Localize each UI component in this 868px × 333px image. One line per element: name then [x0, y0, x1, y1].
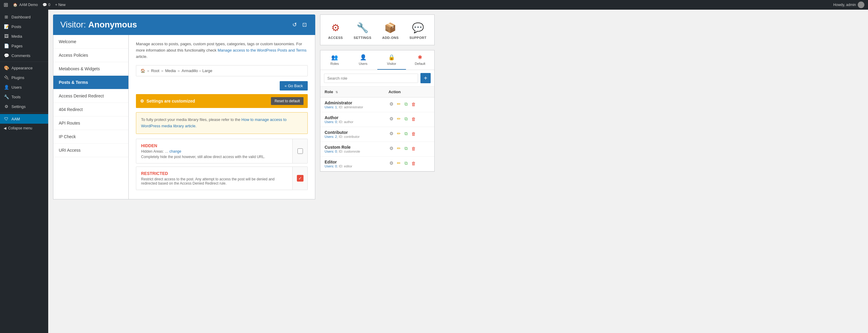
sidebar-item-label: Comments — [11, 53, 30, 58]
tab-default[interactable]: ✱ Default — [406, 50, 435, 70]
restricted-description: Restrict direct access to the post. Any … — [141, 177, 287, 186]
role-name: Editor — [324, 160, 380, 164]
role-edit-button[interactable]: ✏ — [396, 115, 402, 122]
wp-logo-icon[interactable]: ⊞ — [4, 1, 8, 8]
sub-nav-welcome[interactable]: Welcome — [53, 35, 128, 49]
users-tab-label: Users — [359, 62, 367, 65]
sidebar-item-settings[interactable]: ⚙ Settings — [0, 102, 48, 111]
role-gear-button[interactable]: ⚙ — [389, 145, 394, 152]
sidebar-item-users[interactable]: 👤 Users — [0, 82, 48, 92]
role-delete-button[interactable]: 🗑 — [410, 115, 417, 122]
code-button[interactable]: ⊡ — [301, 20, 308, 29]
reset-to-default-button[interactable]: Reset to default — [271, 97, 304, 105]
sidebar-item-comments[interactable]: 💬 Comments — [0, 51, 48, 60]
hidden-sub-text: Hidden Areas: … change — [141, 149, 287, 154]
reset-button[interactable]: ↺ — [291, 20, 298, 29]
sidebar-item-label: Media — [11, 34, 22, 38]
settings-wrench-icon: 🔧 — [356, 22, 369, 33]
sub-nav-access-denied[interactable]: Access Denied Redirect — [53, 89, 128, 103]
access-icon-item[interactable]: ⚙ ACCESS — [323, 20, 348, 42]
role-gear-button[interactable]: ⚙ — [389, 160, 394, 167]
sidebar-item-tools[interactable]: 🔧 Tools — [0, 92, 48, 102]
visitor-header: Visitor: Anonymous ↺ ⊡ — [53, 15, 315, 35]
new-link[interactable]: + New — [55, 3, 65, 7]
restricted-label: RESTRICTED — [141, 171, 287, 176]
sidebar-item-label: Settings — [11, 104, 26, 109]
sub-nav-ip-check[interactable]: IP Check — [53, 130, 128, 144]
users-icon: 👤 — [4, 85, 9, 90]
sidebar-item-label: Dashboard — [11, 15, 31, 19]
sub-nav-404-redirect[interactable]: 404 Redirect — [53, 103, 128, 116]
role-delete-button[interactable]: 🗑 — [410, 145, 417, 152]
role-edit-button[interactable]: ✏ — [396, 130, 402, 137]
visitor-tab-label: Visitor — [387, 62, 396, 65]
intro-link[interactable]: Manage access to the WordPress Posts and… — [218, 48, 307, 53]
collapse-menu-button[interactable]: ◀ Collapse menu — [0, 124, 48, 133]
role-edit-button[interactable]: ✏ — [396, 145, 402, 152]
role-delete-button[interactable]: 🗑 — [410, 160, 417, 167]
sub-nav-api-routes[interactable]: API Routes — [53, 116, 128, 130]
hidden-checkbox-cell[interactable] — [292, 139, 307, 163]
support-chat-icon: 💬 — [412, 22, 424, 33]
avatar — [858, 1, 864, 8]
role-actions: ⚙ ✏ ⧉ 🗑 — [389, 115, 430, 122]
hidden-checkbox[interactable] — [298, 148, 303, 154]
sub-nav-access-policies[interactable]: Access Policies — [53, 49, 128, 62]
sidebar-item-media[interactable]: 🖼 Media — [0, 31, 48, 41]
settings-icon-item[interactable]: 🔧 SETTINGS — [349, 20, 376, 42]
collapse-menu-label: Collapse menu — [8, 126, 32, 130]
tools-icon: 🔧 — [4, 94, 9, 99]
addons-icon-label: ADD-ONS — [382, 36, 399, 39]
role-delete-button[interactable]: 🗑 — [410, 101, 417, 108]
role-copy-button[interactable]: ⧉ — [404, 115, 409, 122]
add-role-button[interactable]: + — [421, 73, 431, 83]
sidebar-item-dashboard[interactable]: ⊞ Dashboard — [0, 12, 48, 22]
breadcrumb-root: Root — [151, 68, 159, 73]
sidebar-item-appearance[interactable]: 🎨 Appearance — [0, 63, 48, 73]
search-role-input[interactable] — [324, 74, 418, 83]
role-gear-button[interactable]: ⚙ — [389, 130, 394, 137]
role-actions: ⚙ ✏ ⧉ 🗑 — [389, 130, 430, 137]
sidebar-item-posts[interactable]: 📝 Posts — [0, 22, 48, 31]
role-meta: Users: 0; ID: author — [324, 120, 380, 124]
breadcrumb-media: Media — [165, 68, 176, 73]
restricted-checkbox-cell[interactable]: ✓ — [292, 167, 307, 190]
howdy-menu[interactable]: Howdy, admin — [833, 1, 864, 8]
left-panel: Visitor: Anonymous ↺ ⊡ Welcome Access Po… — [53, 15, 315, 328]
role-edit-button[interactable]: ✏ — [396, 101, 402, 108]
role-copy-button[interactable]: ⧉ — [404, 160, 409, 167]
tab-users[interactable]: 👤 Users — [349, 50, 378, 70]
tab-roles[interactable]: 👥 Roles — [320, 50, 349, 70]
comments-link[interactable]: 💬 0 — [42, 3, 50, 7]
tab-visitor[interactable]: 🔒 Visitor — [377, 50, 406, 70]
sub-nav-posts-terms[interactable]: Posts & Terms — [53, 76, 128, 89]
site-name[interactable]: 🏠 AAM Demo — [13, 3, 38, 7]
role-table: Role ⇅ Action Administrator Users: 1; ID… — [320, 87, 434, 171]
default-tab-label: Default — [415, 62, 425, 65]
sub-nav-uri-access[interactable]: URI Access — [53, 144, 128, 157]
role-copy-button[interactable]: ⧉ — [404, 130, 409, 137]
hidden-label: HIDDEN — [141, 143, 287, 148]
support-icon-item[interactable]: 💬 SUPPORT — [404, 20, 431, 42]
role-copy-button[interactable]: ⧉ — [404, 101, 409, 108]
access-icon-label: ACCESS — [328, 36, 343, 39]
table-row: Custom Role Users: 0; ID: customrole ⚙ ✏… — [320, 142, 434, 157]
role-gear-button[interactable]: ⚙ — [389, 115, 394, 122]
role-edit-button[interactable]: ✏ — [396, 160, 402, 167]
go-back-button[interactable]: « Go Back — [280, 81, 308, 90]
access-row-hidden-content: HIDDEN Hidden Areas: … change Completely… — [136, 139, 292, 163]
hidden-change-link[interactable]: change — [169, 149, 181, 154]
role-copy-button[interactable]: ⧉ — [404, 145, 409, 152]
addons-box-icon: 📦 — [384, 22, 396, 33]
sidebar-item-aam[interactable]: 🛡 AAM — [0, 114, 48, 124]
info-box: To fully protect your media library file… — [136, 112, 308, 134]
sidebar-item-pages[interactable]: 📄 Pages — [0, 41, 48, 51]
roles-tabs: 👥 Roles 👤 Users 🔒 Visitor ✱ Default — [320, 50, 434, 70]
role-gear-button[interactable]: ⚙ — [389, 101, 394, 108]
sidebar-item-plugins[interactable]: 🔌 Plugins — [0, 73, 48, 82]
sub-nav-metaboxes[interactable]: Metaboxes & Widgets — [53, 62, 128, 76]
addons-icon-item[interactable]: 📦 ADD-ONS — [377, 20, 404, 42]
role-delete-button[interactable]: 🗑 — [410, 130, 417, 137]
top-icons-bar: ⚙ ACCESS 🔧 SETTINGS 📦 ADD-ONS 💬 SUPPORT — [320, 15, 435, 45]
aam-icon: 🛡 — [4, 116, 9, 121]
